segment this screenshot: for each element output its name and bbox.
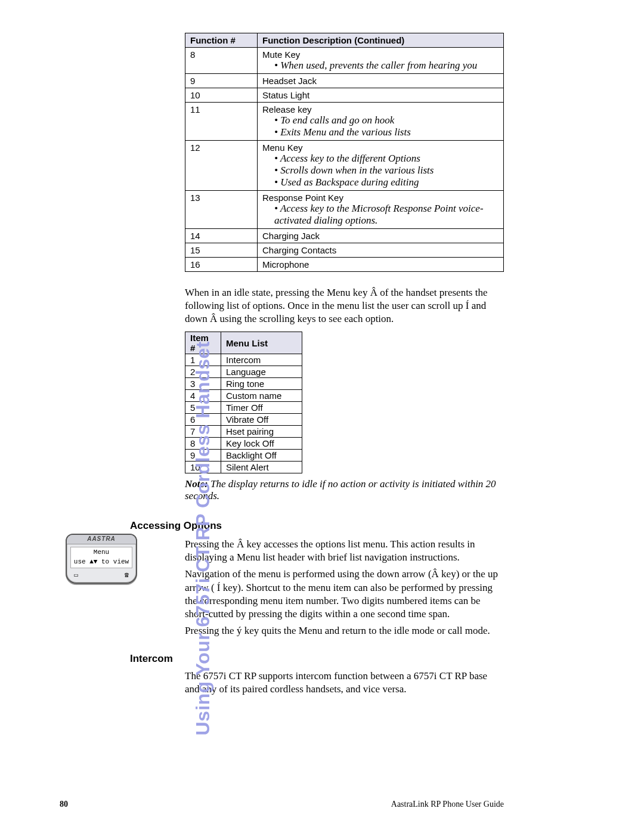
func-head-desc: Function Description (Continued)	[258, 33, 504, 48]
func-desc-note: • Access key to the different Options	[262, 153, 499, 165]
function-table: Function # Function Description (Continu…	[185, 33, 504, 272]
accessing-p2: Navigation of the menu is performed usin…	[185, 568, 504, 620]
func-desc: Status Light	[258, 88, 504, 103]
book-title: AastraLink RP Phone User Guide	[391, 800, 504, 809]
intro-paragraph: When in an idle state, pressing the Menu…	[185, 286, 504, 326]
func-desc-note: • Scrolls down when in the various lists	[262, 165, 499, 176]
func-desc-title: Mute Key	[262, 49, 499, 60]
menu-item-label: Key lock Off	[221, 438, 302, 450]
func-desc-note: • Access key to the Microsoft Response P…	[262, 203, 499, 227]
func-desc-title: Microphone	[262, 259, 499, 270]
func-desc: Mute Key• When used, prevents the caller…	[258, 48, 504, 74]
func-desc: Response Point Key• Access key to the Mi…	[258, 191, 504, 229]
func-desc-title: Response Point Key	[262, 193, 499, 203]
phone-softkey-left-icon: ▭	[74, 571, 78, 580]
func-desc-note: • Used as Backspace during editing	[262, 176, 499, 188]
func-desc-title: Status Light	[262, 90, 499, 100]
menu-head-list: Menu List	[221, 332, 302, 354]
func-desc-note: • When used, prevents the caller from he…	[262, 60, 499, 72]
phone-brand: AASTRA	[67, 535, 136, 544]
menu-item-label: Ring tone	[221, 378, 302, 390]
heading-accessing-options: Accessing Options	[130, 520, 504, 532]
phone-line1: Menu	[71, 547, 132, 557]
accessing-p1: Pressing the Â key accesses the options …	[185, 538, 504, 564]
phone-illustration: AASTRA Menu use ▲▼ to view ▭ ☎	[66, 534, 137, 586]
menu-item-label: Hset pairing	[221, 426, 302, 438]
phone-softkey-right-icon: ☎	[125, 571, 129, 580]
note-text: The display returns to idle if no action…	[185, 478, 496, 501]
menu-item-label: Custom name	[221, 390, 302, 402]
menu-item-label: Silent Alert	[221, 462, 302, 473]
intercom-p1: The 6757i CT RP supports intercom functi…	[185, 670, 504, 696]
func-desc-title: Menu Key	[262, 143, 499, 153]
menu-item-label: Backlight Off	[221, 450, 302, 462]
page-footer: 80 AastraLink RP Phone User Guide	[60, 800, 504, 809]
func-desc-note: • To end calls and go on hook	[262, 114, 499, 126]
menu-item-label: Language	[221, 366, 302, 378]
func-desc-note: • Exits Menu and the various lists	[262, 126, 499, 138]
func-desc: Charging Contacts	[258, 243, 504, 258]
func-desc: Release key• To end calls and go on hook…	[258, 103, 504, 141]
note: Note: The display returns to idle if no …	[185, 478, 504, 502]
phone-line2: use ▲▼ to view	[71, 557, 132, 566]
func-desc-title: Charging Jack	[262, 231, 499, 241]
func-desc: Headset Jack	[258, 74, 504, 88]
func-desc: Charging Jack	[258, 229, 504, 243]
func-desc: Microphone	[258, 258, 504, 272]
func-desc-title: Charging Contacts	[262, 245, 499, 255]
func-desc-title: Headset Jack	[262, 76, 499, 86]
accessing-p3: Pressing the ý key quits the Menu and re…	[185, 624, 504, 637]
menu-item-label: Timer Off	[221, 402, 302, 414]
func-desc: Menu Key• Access key to the different Op…	[258, 141, 504, 191]
page-number: 80	[60, 800, 68, 809]
side-running-title: Using Your 6757i CT RP Cordless Handset	[192, 44, 214, 736]
menu-item-label: Intercom	[221, 354, 302, 366]
menu-item-label: Vibrate Off	[221, 414, 302, 426]
func-desc-title: Release key	[262, 104, 499, 114]
heading-intercom: Intercom	[130, 653, 504, 665]
